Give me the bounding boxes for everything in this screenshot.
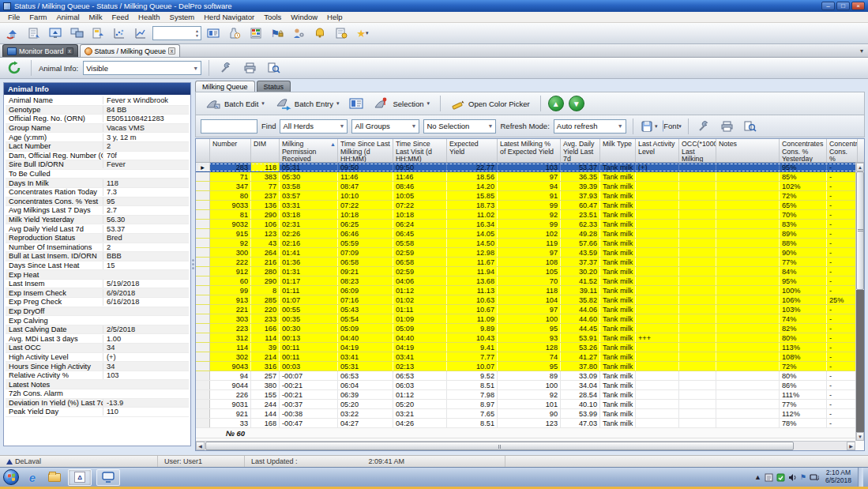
table-row[interactable]: 924302:1605:5905:5814.5011957.66Tank mil…	[196, 239, 864, 248]
tab-status[interactable]: Status	[257, 81, 291, 92]
table-row[interactable]: 8129003:1810:1810:1811.029223.51Tank mil…	[196, 210, 864, 220]
grid-print-button[interactable]	[718, 118, 737, 135]
menu-farm[interactable]: Farm	[24, 13, 51, 21]
menu-system[interactable]: System	[165, 13, 200, 21]
internet-explorer-icon[interactable]: e	[24, 469, 41, 485]
table-row[interactable]: 8023703:5710:1010:0515.859137.93Tank mil…	[196, 191, 864, 201]
row-selector-cell[interactable]	[196, 352, 210, 361]
table-row[interactable]: 3477703:5808:4708:4614.209439.39Tank mil…	[196, 182, 864, 191]
animal-card-button[interactable]	[347, 95, 366, 112]
taskbar-clock[interactable]: 2:10 AM 6/5/2018	[822, 469, 855, 485]
alarm-bell-icon[interactable]	[310, 24, 329, 42]
table-row[interactable]: 91328501:0707:1601:0210.6310435.82Tank m…	[196, 295, 864, 305]
table-row[interactable]: 33168-00:4704:2704:268.5112347.03Tank mi…	[196, 419, 864, 428]
menu-window[interactable]: Window	[286, 13, 322, 21]
group-select[interactable]: All Groups▼	[351, 119, 419, 134]
row-selector-cell[interactable]: ▸	[196, 163, 210, 171]
move-up-button[interactable]: ▲	[548, 96, 564, 111]
animal-card-icon[interactable]	[204, 24, 223, 42]
menu-animal[interactable]: Animal	[51, 13, 84, 21]
table-row[interactable]: 22316600:3005:0905:099.899544.45Tank mil…	[196, 324, 864, 333]
user-settings-icon[interactable]	[289, 24, 308, 42]
row-selector-cell[interactable]	[196, 239, 210, 247]
row-selector-cell[interactable]	[196, 276, 210, 285]
table-row[interactable]: 99801:1106:0901:1211.1311839.11Tank milk…	[196, 286, 864, 295]
animal-info-filter-select[interactable]: Visible ▼	[83, 61, 201, 75]
column-header-notes[interactable]: Notes	[716, 139, 780, 162]
tray-app-icon[interactable]	[776, 473, 785, 482]
move-down-button[interactable]: ▼	[569, 96, 584, 111]
table-row[interactable]: 30221400:1103:4103:417.777441.27Tank mil…	[196, 352, 864, 362]
row-selector-cell[interactable]	[196, 201, 210, 209]
row-selector-cell[interactable]	[196, 343, 210, 352]
column-header-exp[interactable]: Expected Yield	[447, 139, 498, 162]
delpro-taskbar-button[interactable]: Δ	[68, 469, 92, 486]
flag-lock-icon[interactable]: ⚑	[268, 24, 287, 42]
menu-file[interactable]: File	[3, 13, 24, 21]
horizontal-scroll-thumb[interactable]	[205, 442, 794, 450]
start-button[interactable]	[3, 469, 19, 485]
table-row[interactable]: 7138305:3011:4611:4618.569736.35Tank mil…	[196, 172, 864, 182]
row-selector-cell[interactable]	[196, 172, 210, 181]
font-button[interactable]: AFont▾	[663, 118, 682, 135]
column-header-tslv[interactable]: Time Since Last Visit (d HH:MM)	[393, 139, 447, 162]
horizontal-scrollbar[interactable]: ◀ ▶	[196, 441, 855, 450]
print-preview-button[interactable]	[264, 59, 283, 77]
milk-meter-clock-icon[interactable]	[225, 24, 244, 42]
row-selector-cell[interactable]	[196, 220, 210, 228]
table-row[interactable]: 31211400:1304:4004:4010.439353.91Tank mi…	[196, 333, 864, 343]
row-selector-cell[interactable]	[196, 333, 210, 342]
scroll-right-icon[interactable]: ▶	[847, 442, 855, 450]
tab-close-icon[interactable]: x	[66, 47, 73, 55]
remote-screen-taskbar-button[interactable]	[96, 469, 120, 486]
row-selector-cell[interactable]	[196, 191, 210, 200]
table-row[interactable]: 903313603:3107:2207:2218.739960.47Tank m…	[196, 201, 864, 210]
row-selector-cell[interactable]	[196, 314, 210, 323]
column-header-dim[interactable]: DIM	[251, 139, 280, 162]
minimize-button[interactable]: –	[821, 2, 835, 10]
scroll-left-icon[interactable]: ◀	[196, 442, 205, 450]
vertical-scrollbar[interactable]: ▲ ▼	[855, 163, 864, 441]
table-row[interactable]: 904331600:0305:3102:1310.079537.80Tank m…	[196, 362, 864, 371]
menu-help[interactable]: Help	[322, 13, 348, 21]
table-row[interactable]: 1143900:1104:1904:199.4112853.26Tank mil…	[196, 343, 864, 352]
print-button[interactable]	[240, 59, 259, 77]
row-selector-cell[interactable]	[196, 210, 210, 219]
graph-chart-icon[interactable]	[131, 24, 150, 42]
tray-expand-icon[interactable]: ▲	[754, 473, 761, 481]
row-selector-cell[interactable]	[196, 305, 210, 314]
row-selector-cell[interactable]	[196, 362, 210, 371]
network-icon[interactable]	[810, 473, 819, 482]
table-row[interactable]: 30323300:3505:5401:0911.0910044.60Tank m…	[196, 314, 864, 324]
column-header-tslm[interactable]: Time Since Last Milking (d HH:MM)	[338, 139, 393, 162]
tab-monitor-board[interactable]: Monitor Board x	[2, 44, 78, 57]
table-row[interactable]: 903210602:3106:2506:2416.349962.33Tank m…	[196, 220, 864, 229]
action-center-flag-icon[interactable]: ⚑	[800, 473, 806, 481]
export-save-button[interactable]: ▾	[640, 118, 659, 135]
column-header-perm[interactable]: Milking Permission Received (HH:MM)▲	[280, 139, 338, 162]
refresh-button[interactable]	[5, 59, 24, 77]
row-selector-cell[interactable]	[196, 182, 210, 190]
animal-report-icon[interactable]	[24, 24, 43, 42]
refresh-mode-select[interactable]: Auto refresh▼	[554, 119, 626, 134]
batch-entry-button[interactable]: Batch Entry▾	[272, 95, 343, 112]
favorites-star-icon[interactable]: ★▾	[353, 24, 372, 42]
column-header-pct[interactable]: Latest Milking % of Expected Yield	[498, 139, 561, 162]
row-selector-cell[interactable]	[196, 229, 210, 238]
restore-button[interactable]: □	[836, 2, 850, 10]
menu-health[interactable]: Health	[133, 13, 164, 21]
column-header-cy[interactable]: Concentrates Cons. % Yesterday	[780, 139, 827, 162]
table-row[interactable]: 22122000:5505:4301:1110.679744.06Tank mi…	[196, 305, 864, 314]
report-export-icon[interactable]	[88, 24, 107, 42]
grid-settings-button[interactable]	[695, 118, 714, 135]
herd-select[interactable]: All Herds▼	[280, 119, 348, 134]
table-row[interactable]: 22221601:3606:5806:5811.6710837.37Tank m…	[196, 258, 864, 267]
find-input[interactable]	[201, 119, 257, 134]
menu-feed[interactable]: Feed	[107, 13, 133, 21]
row-selector-cell[interactable]	[196, 258, 210, 266]
table-row[interactable]: 9044380-00:2106:0406:038.5110034.04Tank …	[196, 381, 864, 390]
row-selector-cell[interactable]	[196, 371, 210, 380]
row-selector-cell[interactable]	[196, 381, 210, 389]
row-selector-cell[interactable]	[196, 419, 210, 427]
explorer-folder-icon[interactable]	[46, 469, 63, 485]
